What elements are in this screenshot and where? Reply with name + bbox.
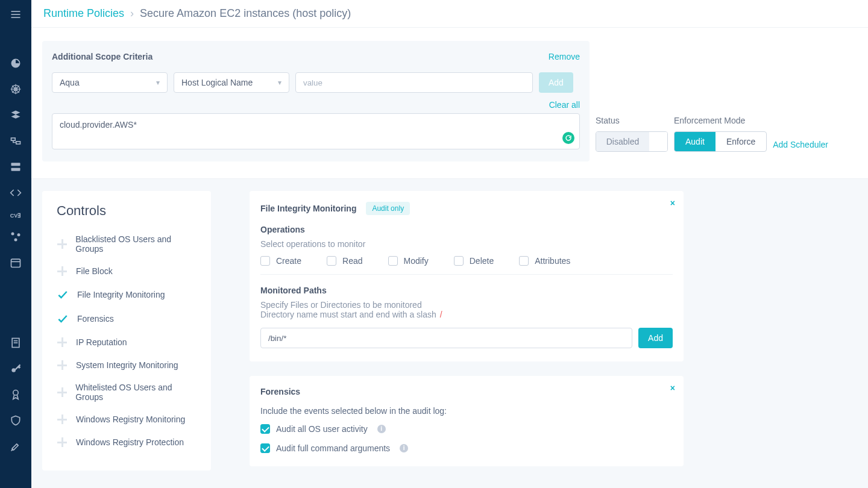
scope-add-button[interactable]: Add [539,72,573,93]
control-item[interactable]: Forensics [57,307,197,331]
path-add-button[interactable]: Add [638,328,673,348]
fim-panel: × File Integrity Monitoring Audit only O… [250,191,684,361]
report-icon[interactable] [10,337,22,351]
control-item[interactable]: Blacklisted OS Users and Groups [57,228,197,260]
operation-checkbox[interactable]: Modify [388,256,429,266]
check-icon [57,289,69,301]
control-label: File Integrity Monitoring [77,290,165,299]
operations-hint: Select operations to monitor [260,239,673,249]
scope-criteria-panel: Additional Scope Criteria Remove Aqua▾ H… [42,41,590,161]
forensics-item-label: Audit full command arguments [276,443,390,453]
enforce-option[interactable]: Enforce [715,132,766,151]
slash-sample: / [440,310,442,319]
plus-icon [57,266,68,277]
chevron-down-icon: ▾ [156,78,160,87]
operation-label: Read [342,256,362,266]
svg-point-14 [17,233,20,236]
server-icon[interactable] [10,161,22,175]
control-item[interactable]: System Integrity Monitoring [57,354,197,377]
shield-icon[interactable] [10,414,22,428]
control-item[interactable]: Windows Registry Monitoring [57,408,197,431]
control-item[interactable]: IP Reputation [57,331,197,354]
forensics-panel: × Forensics Include the events selected … [250,376,684,466]
control-label: Windows Registry Monitoring [76,414,185,424]
info-icon[interactable]: i [400,444,408,452]
remove-link[interactable]: Remove [549,52,580,61]
control-label: System Integrity Monitoring [76,360,178,370]
checkbox-icon [454,256,464,266]
helm-icon[interactable] [10,83,22,97]
info-icon[interactable]: i [377,425,386,433]
stack-icon[interactable] [10,109,22,123]
control-item[interactable]: File Block [57,260,197,283]
graph-icon[interactable] [10,231,22,245]
close-icon[interactable]: × [670,383,675,393]
control-item[interactable]: File Integrity Monitoring [57,283,197,307]
plus-icon [57,239,67,249]
scope-select-2[interactable]: Host Logical Name▾ [174,72,289,93]
operation-checkbox[interactable]: Delete [454,256,494,266]
control-label: Windows Registry Protection [76,437,184,447]
control-item[interactable]: Whitelisted OS Users and Groups [57,377,197,408]
audit-option[interactable]: Audit [675,132,715,151]
enforcement-mode-toggle[interactable]: Audit Enforce [674,131,767,152]
forensics-title: Forensics [260,387,300,396]
svg-point-22 [13,390,18,395]
svg-rect-9 [11,138,16,140]
audit-only-badge: Audit only [366,202,410,215]
clear-all-link[interactable]: Clear all [549,100,580,110]
close-icon[interactable]: × [670,198,675,208]
checkbox-icon [260,256,270,266]
plus-icon [57,360,68,371]
paths-hint-2: Directory name must start and end with a… [260,310,673,319]
add-scheduler-link[interactable]: Add Scheduler [773,140,828,149]
plus-icon [57,414,68,425]
calendar-icon[interactable] [10,257,22,271]
scope-select-1[interactable]: Aqua▾ [52,72,168,93]
grammarly-icon [562,132,574,144]
checkbox-icon [519,256,529,266]
chevron-down-icon: ▾ [278,78,281,87]
checkbox-icon [388,256,398,266]
code-icon[interactable] [10,187,22,201]
operation-label: Create [276,256,301,266]
operation-checkbox[interactable]: Read [327,256,362,266]
operation-label: Modify [404,256,429,266]
status-label: Status [596,116,668,125]
operation-label: Delete [470,256,494,266]
check-icon [57,313,69,325]
menu-icon[interactable] [10,8,22,22]
forensics-checkbox[interactable]: Audit all OS user activityi [260,424,673,434]
control-item[interactable]: Windows Registry Protection [57,431,197,454]
enforcement-label: Enforcement Mode [674,116,767,125]
award-icon[interactable] [10,389,22,402]
breadcrumb-root[interactable]: Runtime Policies [43,7,124,20]
paths-hint-1: Specify Files or Directories to be monit… [260,300,673,310]
forensics-checkbox[interactable]: Audit full command argumentsi [260,443,673,453]
control-label: IP Reputation [76,337,127,347]
plus-icon [57,387,67,398]
status-toggle[interactable]: Disabled [596,131,668,152]
operation-label: Attributes [535,256,570,266]
key-icon[interactable] [10,363,22,377]
operation-checkbox[interactable]: Create [260,256,301,266]
breadcrumb: Runtime Policies › Secure Amazon EC2 ins… [31,0,868,28]
scope-expression-field[interactable]: cloud.provider.AWS* [52,113,580,149]
control-label: Forensics [77,314,114,324]
plus-icon [57,437,68,448]
scope-value-input[interactable] [295,72,533,93]
path-input[interactable] [260,328,632,348]
tools-icon[interactable] [10,440,22,454]
control-label: Blacklisted OS Users and Groups [75,234,197,254]
cves-icon[interactable]: CVƎ [10,213,22,219]
operation-checkbox[interactable]: Attributes [519,256,570,266]
svg-rect-10 [16,142,20,144]
svg-rect-16 [11,259,20,267]
breadcrumb-leaf: Secure Amazon EC2 instances (host policy… [140,7,351,20]
controls-title: Controls [57,203,197,219]
checkbox-icon [260,443,270,453]
nav-sidebar: CVƎ [0,0,31,488]
network-icon[interactable] [10,135,22,149]
dashboard-icon[interactable] [10,57,22,71]
svg-point-13 [11,233,14,236]
